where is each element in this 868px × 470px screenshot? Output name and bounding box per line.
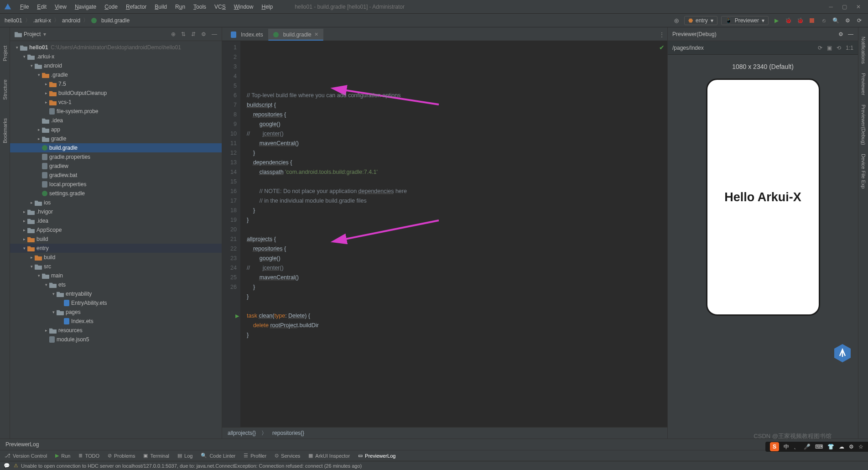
gear-icon[interactable]: ⚙ (838, 31, 843, 37)
rail-project[interactable]: Project (2, 46, 8, 61)
ratio-icon[interactable]: 1:1 (846, 45, 853, 51)
tree-item[interactable]: app (51, 126, 60, 133)
menu-file[interactable]: File (16, 2, 32, 12)
menu-code[interactable]: Code (101, 2, 121, 12)
tree-item[interactable]: build (44, 254, 55, 261)
search-icon[interactable]: 🔍 (832, 16, 840, 25)
tree-item[interactable]: android (44, 63, 62, 69)
tree-item[interactable]: 7.5 (58, 81, 66, 87)
chevron-down-icon[interactable]: ▾ (43, 31, 46, 37)
coverage-button[interactable]: 🐞 (796, 16, 804, 25)
tree-item[interactable]: .arkui-x (36, 53, 54, 60)
sogou-icon[interactable]: S (770, 442, 779, 451)
menu-help[interactable]: Help (258, 2, 276, 12)
bt-run[interactable]: ▶Run (55, 453, 70, 459)
tree-item[interactable]: entryability (66, 291, 92, 297)
bt-previewer-log[interactable]: ▭PreviewerLog (358, 453, 395, 459)
tree-item[interactable]: Index.ets (71, 318, 94, 324)
rail-device-file[interactable]: Device File Exp (861, 154, 866, 188)
inspect-icon[interactable]: ▣ (827, 45, 832, 51)
stop-button[interactable] (808, 16, 816, 25)
editor-crumb-0[interactable]: allprojects{} (228, 430, 256, 436)
tree-item[interactable]: ios (44, 199, 51, 206)
menu-build[interactable]: Build (151, 2, 171, 12)
rail-notifications[interactable]: Notifications (861, 37, 866, 64)
tree-item[interactable]: local.properties (49, 181, 86, 188)
menu-run[interactable]: Run (172, 2, 189, 12)
rail-structure[interactable]: Structure (2, 79, 8, 100)
refresh-icon[interactable]: ⟳ (855, 16, 863, 25)
tray-punct[interactable]: 、 (794, 443, 799, 451)
bt-version-control[interactable]: ⎇Version Control (5, 453, 47, 459)
tree-item[interactable]: src (44, 263, 51, 270)
debug-button[interactable]: 🐞 (784, 16, 792, 25)
tree-item[interactable]: buildOutputCleanup (58, 90, 107, 96)
tray-ime[interactable]: 中 (784, 443, 789, 451)
tree-item[interactable]: pages (66, 309, 81, 315)
device-frame[interactable]: Hello Arkui-X (706, 78, 820, 316)
run-config-previewer[interactable]: 📱 Previewer ▾ (721, 16, 769, 25)
close-icon[interactable]: ✕ (314, 31, 318, 37)
bt-log[interactable]: ▤Log (177, 453, 192, 459)
menu-vcs[interactable]: VCS (211, 2, 229, 12)
git-icon[interactable]: ⎋ (820, 16, 828, 25)
tray-mic-icon[interactable]: 🎤 (804, 444, 811, 450)
menu-tools[interactable]: Tools (190, 2, 210, 12)
tree-item[interactable]: ets (58, 282, 66, 288)
bt-services[interactable]: ⊙Services (275, 453, 300, 459)
hide-icon[interactable]: — (848, 31, 853, 37)
gear-icon[interactable]: ⚙ (201, 31, 206, 37)
harmony-badge-icon[interactable] (832, 343, 852, 363)
tree-item[interactable]: .gradle (51, 72, 68, 78)
rotate-icon[interactable]: ⟲ (837, 45, 841, 51)
bt-profiler[interactable]: ☰Profiler (244, 453, 266, 459)
tray-star-icon[interactable]: ☆ (858, 444, 863, 450)
refresh-icon[interactable]: ⟳ (818, 45, 822, 51)
editor-crumb-1[interactable]: repositories{} (272, 430, 304, 436)
crumb-2[interactable]: android (62, 17, 80, 24)
tree-item[interactable]: EntryAbility.ets (71, 300, 107, 306)
close-button[interactable]: ✕ (856, 4, 861, 10)
maximize-button[interactable]: ▢ (842, 4, 847, 10)
code-content[interactable]: ✔ // Top-level build file where you can … (240, 41, 667, 427)
tree-item-selected[interactable]: build.gradle (49, 145, 78, 151)
tray-skin-icon[interactable]: 👕 (827, 444, 834, 450)
menu-view[interactable]: View (51, 2, 70, 12)
tree-item[interactable]: .idea (51, 117, 63, 124)
tree-item[interactable]: gradlew.bat (49, 172, 77, 178)
bt-problems[interactable]: ⊘Problems (108, 453, 135, 459)
bt-code-linter[interactable]: 🔍Code Linter (201, 453, 235, 459)
previewer-log-title-bar[interactable]: PreviewerLog (0, 439, 868, 450)
hide-icon[interactable]: — (212, 31, 217, 37)
bt-todo[interactable]: ≣TODO (78, 453, 99, 459)
crumb-3[interactable]: build.gradle (101, 17, 130, 24)
menu-edit[interactable]: Edit (33, 2, 50, 12)
menu-navigate[interactable]: Navigate (71, 2, 100, 12)
tree-item[interactable]: gradle (51, 136, 66, 142)
tree-item[interactable]: vcs-1 (58, 99, 72, 105)
tree-item[interactable]: main (51, 272, 63, 279)
tree-item[interactable]: module.json5 (57, 336, 89, 343)
collapse-icon[interactable]: ⇵ (191, 31, 196, 37)
chat-icon[interactable]: 💬 (4, 463, 10, 469)
menu-window[interactable]: Window (230, 2, 257, 12)
target-icon[interactable]: ⊕ (171, 31, 176, 37)
tree-item[interactable]: build (36, 236, 48, 242)
rail-previewer[interactable]: Previewer (861, 73, 866, 95)
tray-keyboard-icon[interactable]: ⌨ (815, 444, 823, 450)
editor-body[interactable]: 1234567891011121314151617181920212223242… (222, 41, 667, 427)
bt-terminal[interactable]: ▣Terminal (143, 453, 169, 459)
rail-bookmarks[interactable]: Bookmarks (2, 118, 8, 143)
project-header-label[interactable]: Project (24, 31, 41, 37)
tray-gear-icon[interactable]: ⚙ (849, 444, 854, 450)
tab-build-gradle[interactable]: build.gradle✕ (268, 29, 323, 41)
tab-index-ets[interactable]: Index.ets (226, 29, 268, 41)
run-button[interactable]: ▶ (772, 16, 780, 25)
target-icon[interactable]: ◎ (672, 16, 681, 25)
tree-item[interactable]: gradle.properties (49, 154, 90, 160)
tray-cloud-icon[interactable]: ☁ (839, 444, 844, 450)
crumb-1[interactable]: .arkui-x (33, 17, 51, 24)
tree-item[interactable]: file-system.probe (57, 108, 98, 115)
tree-item[interactable]: .hvigor (36, 209, 53, 215)
project-tree[interactable]: ▾hello01C:\Users\Administrator\Desktop\a… (10, 41, 222, 439)
